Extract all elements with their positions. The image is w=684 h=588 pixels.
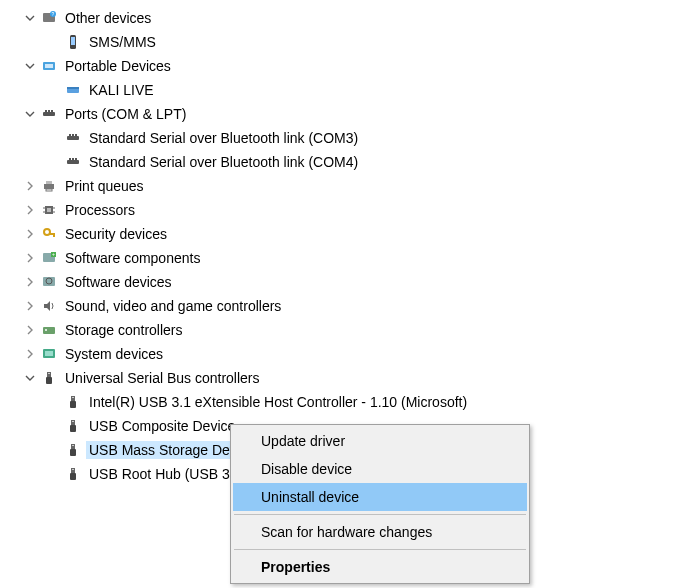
tree-item-label[interactable]: Portable Devices (62, 57, 174, 75)
tree-item-label[interactable]: System devices (62, 345, 166, 363)
svg-rect-44 (48, 373, 50, 374)
svg-rect-31 (49, 233, 55, 235)
tree-item[interactable]: ?Other devices (0, 6, 684, 30)
svg-rect-48 (71, 420, 75, 425)
caret-open-icon[interactable] (22, 106, 38, 122)
svg-rect-38 (43, 327, 55, 334)
menu-item[interactable]: Scan for hardware changes (233, 518, 527, 546)
svg-rect-8 (67, 87, 79, 89)
tree-item-label[interactable]: KALI LIVE (86, 81, 157, 99)
svg-rect-56 (72, 469, 74, 470)
tree-item[interactable]: SMS/MMS (0, 30, 684, 54)
tree-item-label[interactable]: USB Composite Device (86, 417, 238, 435)
svg-text:+: + (52, 251, 55, 257)
caret-open-icon[interactable] (22, 10, 38, 26)
caret-closed-icon[interactable] (22, 274, 38, 290)
svg-rect-10 (45, 110, 47, 112)
svg-rect-14 (69, 134, 71, 136)
caret-closed-icon[interactable] (22, 178, 38, 194)
svg-rect-32 (53, 235, 55, 237)
menu-item[interactable]: Uninstall device (233, 483, 527, 511)
tree-item[interactable]: Processors (0, 198, 684, 222)
tree-item-label[interactable]: USB Root Hub (USB 3.0) (86, 465, 249, 483)
svg-rect-12 (51, 110, 53, 112)
tree-item-label[interactable]: Print queues (62, 177, 147, 195)
svg-point-39 (45, 329, 47, 331)
caret-closed-icon[interactable] (22, 250, 38, 266)
tree-item-label[interactable]: Software devices (62, 273, 175, 291)
svg-rect-53 (72, 445, 74, 446)
tree-item-label[interactable]: Storage controllers (62, 321, 186, 339)
tree-item-label[interactable]: SMS/MMS (86, 33, 159, 51)
svg-rect-43 (46, 377, 52, 384)
menu-item[interactable]: Disable device (233, 455, 527, 483)
svg-rect-15 (72, 134, 74, 136)
tree-item-label[interactable]: Intel(R) USB 3.1 eXtensible Host Control… (86, 393, 470, 411)
context-menu: Update driverDisable deviceUninstall dev… (230, 424, 530, 584)
no-caret (46, 442, 62, 458)
caret-closed-icon[interactable] (22, 226, 38, 242)
svg-rect-19 (72, 158, 74, 160)
port-icon (64, 153, 82, 171)
caret-open-icon[interactable] (22, 370, 38, 386)
svg-rect-18 (69, 158, 71, 160)
no-caret (46, 394, 62, 410)
tree-item[interactable]: Standard Serial over Bluetooth link (COM… (0, 150, 684, 174)
no-caret (46, 130, 62, 146)
tree-item-label[interactable]: Universal Serial Bus controllers (62, 369, 263, 387)
tree-item-label[interactable]: Security devices (62, 225, 170, 243)
caret-open-icon[interactable] (22, 58, 38, 74)
sys-icon (40, 345, 58, 363)
tree-item-label[interactable]: Processors (62, 201, 138, 219)
tree-item[interactable]: Intel(R) USB 3.1 eXtensible Host Control… (0, 390, 684, 414)
caret-closed-icon[interactable] (22, 202, 38, 218)
svg-rect-23 (46, 189, 52, 191)
menu-item[interactable]: Update driver (233, 427, 527, 455)
caret-closed-icon[interactable] (22, 322, 38, 338)
caret-closed-icon[interactable] (22, 346, 38, 362)
caret-closed-icon[interactable] (22, 298, 38, 314)
device-tree: ?Other devicesSMS/MMSPortable DevicesKAL… (0, 0, 684, 486)
tree-item[interactable]: KALI LIVE (0, 78, 684, 102)
tree-item[interactable]: Storage controllers (0, 318, 684, 342)
tree-item[interactable]: Portable Devices (0, 54, 684, 78)
tree-item[interactable]: Standard Serial over Bluetooth link (COM… (0, 126, 684, 150)
svg-rect-55 (70, 473, 76, 480)
svg-rect-6 (45, 64, 53, 68)
svg-rect-42 (47, 372, 51, 377)
svg-rect-25 (47, 208, 51, 212)
portable-icon (40, 57, 58, 75)
tree-item[interactable]: System devices (0, 342, 684, 366)
svg-rect-22 (46, 181, 52, 184)
menu-separator (234, 514, 526, 515)
tree-item[interactable]: Software devices (0, 270, 684, 294)
svg-rect-50 (72, 421, 74, 422)
tree-item-label[interactable]: Software components (62, 249, 203, 267)
tree-item[interactable]: Ports (COM & LPT) (0, 102, 684, 126)
tree-item-label[interactable]: Standard Serial over Bluetooth link (COM… (86, 153, 361, 171)
tree-item[interactable]: Sound, video and game controllers (0, 294, 684, 318)
no-caret (46, 418, 62, 434)
svg-rect-52 (70, 449, 76, 456)
no-caret (46, 154, 62, 170)
svg-rect-17 (67, 160, 79, 164)
tree-item-label[interactable]: Standard Serial over Bluetooth link (COM… (86, 129, 361, 147)
port-icon (40, 105, 58, 123)
usb-icon (64, 465, 82, 483)
tree-item[interactable]: Universal Serial Bus controllers (0, 366, 684, 390)
tree-item-label[interactable]: Sound, video and game controllers (62, 297, 284, 315)
menu-separator (234, 549, 526, 550)
tree-item-label[interactable]: Other devices (62, 9, 154, 27)
menu-item[interactable]: Properties (233, 553, 527, 581)
tree-item[interactable]: +Software components (0, 246, 684, 270)
tree-item-label[interactable]: Ports (COM & LPT) (62, 105, 189, 123)
svg-rect-54 (71, 468, 75, 473)
svg-rect-47 (72, 397, 74, 398)
tree-item[interactable]: Security devices (0, 222, 684, 246)
tree-item[interactable]: Print queues (0, 174, 684, 198)
no-caret (46, 82, 62, 98)
svg-rect-16 (75, 134, 77, 136)
svg-rect-20 (75, 158, 77, 160)
port-icon (64, 129, 82, 147)
svg-rect-9 (43, 112, 55, 116)
